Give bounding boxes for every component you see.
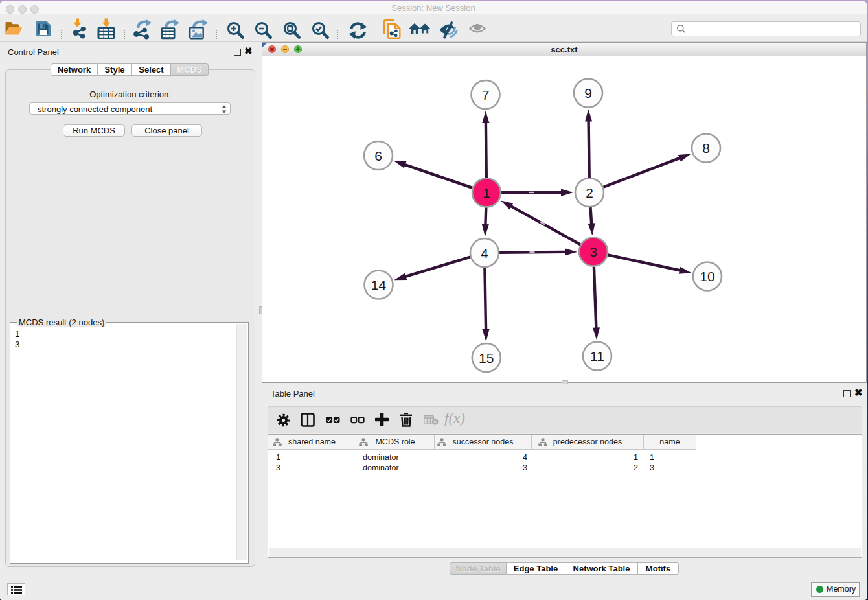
svg-text:9: 9 — [584, 86, 592, 100]
svg-text:14: 14 — [371, 277, 387, 292]
svg-text:4: 4 — [481, 246, 488, 260]
svg-text:15: 15 — [479, 351, 494, 365]
svg-text:3: 3 — [589, 244, 597, 259]
svg-text:1: 1 — [483, 185, 490, 200]
svg-text:11: 11 — [590, 349, 604, 363]
svg-text:6: 6 — [374, 148, 382, 163]
svg-text:10: 10 — [700, 269, 714, 284]
svg-text:7: 7 — [482, 87, 490, 102]
svg-text:2: 2 — [586, 185, 593, 200]
svg-text:8: 8 — [702, 141, 710, 156]
